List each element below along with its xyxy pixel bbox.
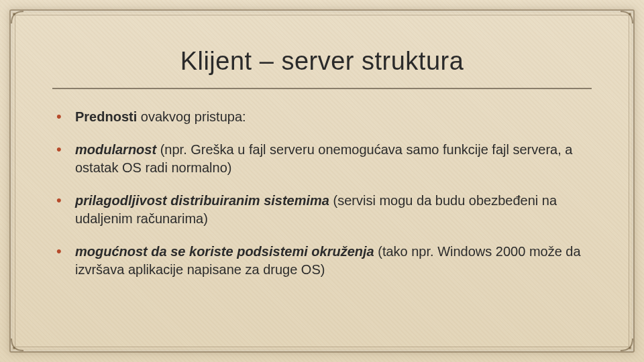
bullet-bold: Prednosti xyxy=(75,109,137,124)
bullet-list: Prednosti ovakvog pristupa: modularnost … xyxy=(40,108,604,279)
slide-title: Klijent – server struktura xyxy=(40,47,604,76)
list-item: prilagodljivost distribuiranim sistemima… xyxy=(56,192,597,228)
list-item: Prednosti ovakvog pristupa: xyxy=(56,108,597,126)
title-divider xyxy=(52,88,592,89)
slide-content: Klijent – server struktura Prednosti ova… xyxy=(0,0,644,362)
list-item: mogućnost da se koriste podsistemi okruž… xyxy=(56,243,597,279)
bullet-bolditalic: prilagodljivost distribuiranim sistemima xyxy=(75,193,329,208)
bullet-bolditalic: modularnost xyxy=(75,142,156,157)
list-item: modularnost (npr. Greška u fajl serveru … xyxy=(56,141,597,177)
bullet-text: ovakvog pristupa: xyxy=(137,109,246,124)
bullet-bolditalic: mogućnost da se koriste podsistemi okruž… xyxy=(75,244,374,259)
